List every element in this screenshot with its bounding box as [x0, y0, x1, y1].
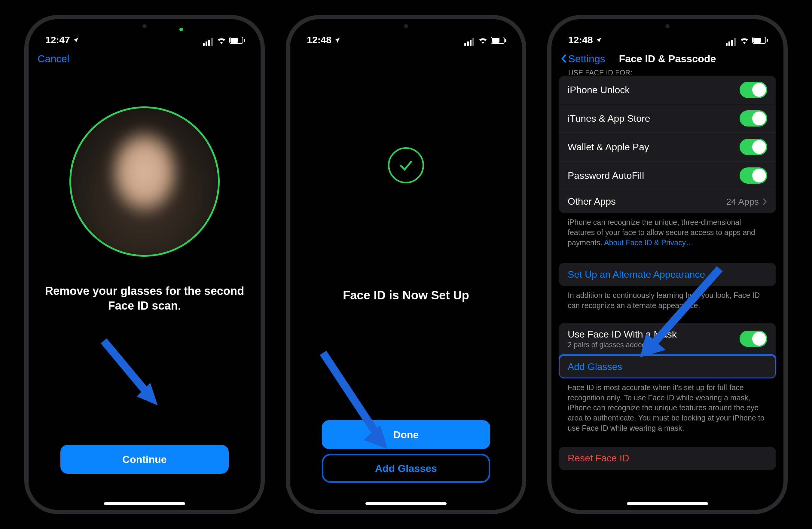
footer-mask: Face ID is most accurate when it's set u…	[559, 378, 776, 433]
row-label: iPhone Unlock	[568, 84, 629, 96]
row-other-apps[interactable]: Other Apps 24 Apps	[559, 190, 776, 213]
home-indicator[interactable]	[627, 502, 708, 505]
footer-privacy: iPhone can recognize the unique, three-d…	[559, 213, 776, 248]
wifi-icon	[217, 37, 226, 44]
toggle-switch[interactable]	[740, 168, 767, 184]
row-label: iTunes & App Store	[568, 113, 650, 124]
toggle-switch[interactable]	[740, 331, 767, 347]
row-set-up-alternate-appearance[interactable]: Set Up an Alternate Appearance	[559, 263, 776, 286]
face-scan-preview	[69, 106, 220, 257]
status-time: 12:48	[568, 34, 593, 46]
section-header-use-for: USE FACE ID FOR:	[559, 69, 776, 74]
done-button[interactable]: Done	[322, 420, 490, 449]
row-use-face-id-with-mask[interactable]: Use Face ID With a Mask 2 pairs of glass…	[559, 323, 776, 355]
status-icons	[203, 34, 245, 46]
footer-alt-appearance: In addition to continuously learning how…	[559, 286, 776, 311]
status-time: 12:47	[45, 34, 70, 46]
other-apps-count: 24 Apps	[726, 197, 759, 207]
phone-3-screen: 12:48 Settings Face ID & Passcode USE FA…	[551, 19, 783, 510]
phone-1-screen: 12:47 Cancel Remove your glasses for the…	[29, 19, 261, 510]
row-reset-face-id[interactable]: Reset Face ID	[559, 447, 776, 470]
battery-icon	[229, 37, 245, 44]
use-face-id-for-group: iPhone Unlock iTunes & App Store Wallet …	[559, 76, 776, 213]
row-label: Reset Face ID	[568, 453, 629, 464]
instruction-text: Remove your glasses for the second Face …	[29, 284, 261, 314]
row-label: Wallet & Apple Pay	[568, 142, 649, 153]
row-label: Password AutoFill	[568, 170, 644, 181]
home-indicator[interactable]	[365, 502, 447, 505]
status-bar: 12:48	[551, 19, 783, 48]
continue-button[interactable]: Continue	[60, 445, 229, 474]
toggle-switch[interactable]	[740, 139, 767, 155]
phone-3-frame: 12:48 Settings Face ID & Passcode USE FA…	[547, 15, 788, 514]
toggle-switch[interactable]	[740, 82, 767, 98]
settings-scroll[interactable]: USE FACE ID FOR: iPhone Unlock iTunes & …	[551, 69, 783, 510]
row-add-glasses[interactable]: Add Glasses	[559, 355, 776, 378]
setup-complete-title: Face ID is Now Set Up	[290, 288, 522, 302]
row-iphone-unlock[interactable]: iPhone Unlock	[559, 76, 776, 104]
about-face-id-link[interactable]: About Face ID & Privacy…	[604, 238, 693, 247]
nav-bar: Settings Face ID & Passcode	[551, 48, 783, 69]
location-icon	[334, 37, 340, 44]
wifi-icon	[740, 37, 749, 44]
success-check-icon	[388, 147, 424, 183]
toggle-switch[interactable]	[740, 110, 767, 127]
cellular-icon	[203, 34, 214, 46]
home-indicator[interactable]	[104, 502, 185, 505]
camera-active-indicator	[179, 28, 183, 31]
wifi-icon	[478, 37, 488, 44]
location-icon	[72, 37, 79, 44]
status-icons	[726, 34, 768, 46]
cellular-icon	[726, 34, 737, 46]
battery-icon	[491, 37, 506, 44]
row-label: Set Up an Alternate Appearance	[568, 269, 705, 280]
back-button[interactable]: Settings	[561, 53, 605, 65]
row-label: Other Apps	[568, 196, 616, 207]
chevron-right-icon	[763, 198, 767, 205]
back-label: Settings	[568, 53, 605, 65]
row-label: Use Face ID With a Mask	[568, 329, 677, 340]
row-password-autofill[interactable]: Password AutoFill	[559, 161, 776, 190]
status-bar: 12:48	[290, 19, 522, 48]
location-icon	[595, 37, 602, 44]
status-icons	[464, 34, 506, 46]
cellular-icon	[464, 34, 475, 46]
phone-2-frame: 12:48 Face ID is Now Set Up Done Add Gla…	[286, 15, 526, 514]
phone-2-screen: 12:48 Face ID is Now Set Up Done Add Gla…	[290, 19, 522, 510]
row-itunes-app-store[interactable]: iTunes & App Store	[559, 104, 776, 132]
alt-appearance-group: Set Up an Alternate Appearance	[559, 263, 776, 286]
status-time: 12:48	[307, 34, 332, 46]
mask-group: Use Face ID With a Mask 2 pairs of glass…	[559, 323, 776, 378]
status-bar: 12:47	[29, 19, 261, 48]
phone-1-frame: 12:47 Cancel Remove your glasses for the…	[24, 15, 265, 514]
cancel-button[interactable]: Cancel	[38, 53, 69, 65]
row-label: Add Glasses	[568, 361, 622, 372]
chevron-left-icon	[561, 54, 567, 63]
row-wallet-apple-pay[interactable]: Wallet & Apple Pay	[559, 132, 776, 161]
reset-group: Reset Face ID	[559, 447, 776, 470]
nav-bar: Cancel	[29, 48, 261, 69]
row-sublabel: 2 pairs of glasses added	[568, 341, 677, 349]
battery-icon	[752, 37, 768, 44]
add-glasses-button[interactable]: Add Glasses	[322, 454, 490, 483]
